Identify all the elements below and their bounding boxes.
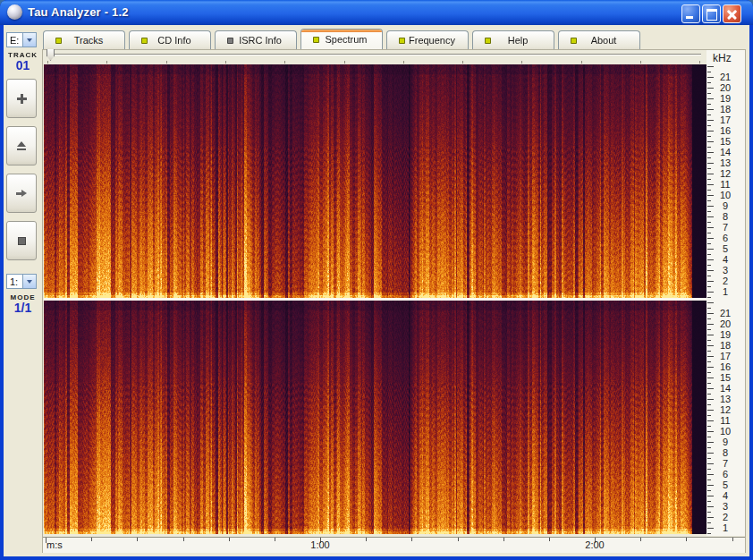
khz-minor-tick [707,72,711,72]
tab-about[interactable]: About [558,30,640,49]
khz-tick-label: 2 [715,512,735,522]
khz-major-tick [707,420,714,421]
khz-minor-tick [707,276,711,276]
tab-cd-info[interactable]: CD Info [129,30,211,49]
khz-tick-label: 5 [715,243,735,254]
khz-major-tick [707,431,714,432]
time-minor-tick [411,538,412,541]
drive-select-value: E: [7,35,22,46]
time-minor-tick [686,538,687,541]
drive-select[interactable]: E: [6,32,37,47]
tab-isrc-info[interactable]: ISRC Info [215,30,297,49]
khz-minor-tick [707,351,711,352]
time-tick-label: 1:00 [306,539,334,550]
khz-tick-label: 10 [715,190,735,200]
khz-minor-tick [707,265,711,266]
tab-frequency[interactable]: Frequency [386,30,469,49]
khz-major-tick [707,345,714,346]
add-track-button[interactable] [6,79,37,118]
mode-select[interactable]: 1: [6,274,37,289]
khz-major-tick [707,152,714,153]
khz-tick-label: 5 [715,479,735,490]
app-sphere-icon [7,4,22,20]
khz-minor-tick [707,168,711,169]
khz-minor-tick [707,479,711,480]
khz-minor-tick [707,522,711,523]
stop-button[interactable] [6,221,37,260]
khz-tick-label: 11 [715,179,735,190]
khz-major-tick [707,313,714,314]
khz-tick-label: 12 [715,404,735,415]
slider-tick [462,61,463,64]
title-bar[interactable]: Tau Analyzer - 1.2 [0,0,753,25]
khz-major-tick [707,270,714,271]
khz-tick-label: 9 [715,200,735,211]
khz-tick-label: 16 [715,361,735,372]
time-minor-tick [366,538,367,541]
khz-minor-tick [707,211,711,212]
khz-major-tick [707,453,714,454]
khz-minor-tick [707,426,711,427]
khz-major-tick [707,485,714,486]
time-minor-tick [91,538,92,541]
tab-label: Tracks [62,35,124,46]
khz-major-tick [707,506,714,507]
tab-led-enabled-icon [55,38,62,44]
khz-minor-tick [707,147,711,148]
slider-tick [581,61,582,64]
tab-spectrum[interactable]: Spectrum [300,29,383,49]
maximize-button[interactable] [702,4,721,23]
khz-minor-tick [707,157,711,158]
khz-minor-tick [707,179,711,180]
khz-tick-label: 19 [715,93,735,104]
next-track-button[interactable] [6,174,37,213]
khz-major-tick [707,249,714,250]
mode-select-value: 1: [7,276,22,287]
minimize-button[interactable] [681,4,700,23]
khz-major-tick [707,528,714,529]
tab-help[interactable]: Help [472,30,554,49]
slider-tick [521,61,522,64]
khz-minor-tick [707,222,711,223]
khz-minor-tick [707,404,711,405]
track-number: 01 [4,58,42,72]
khz-major-tick [707,141,714,142]
khz-major-tick [707,463,714,464]
eject-button[interactable] [6,126,37,165]
khz-minor-tick [707,415,711,416]
khz-major-tick [707,120,714,121]
khz-minor-tick [707,469,711,470]
stop-icon [18,237,26,245]
time-minor-tick [458,538,459,541]
position-slider-track[interactable] [47,54,701,55]
chevron-down-icon[interactable] [22,275,36,288]
khz-tick-label: 7 [715,458,735,469]
khz-major-tick [707,184,714,185]
khz-tick-label: 4 [715,254,735,265]
khz-tick-label: 3 [715,265,735,276]
khz-minor-tick [707,329,711,330]
khz-tick-label: 18 [715,340,735,351]
khz-minor-tick [707,308,711,309]
time-minor-tick [503,538,504,541]
khz-tick-label: 13 [715,394,735,404]
khz-minor-tick [707,82,711,83]
spectrogram-right-channel [44,301,706,534]
khz-minor-tick [707,447,711,448]
khz-minor-tick [707,233,711,233]
tab-tracks[interactable]: Tracks [43,30,125,49]
khz-minor-tick [707,361,711,362]
arrow-right-icon [16,190,27,197]
khz-tick-label: 15 [715,136,735,147]
khz-tick-label: 8 [715,447,735,458]
khz-tick-label: 6 [715,233,735,243]
time-minor-tick [183,538,184,541]
khz-minor-tick [707,437,711,437]
time-minor-tick [640,538,641,541]
khz-minor-tick [707,318,711,319]
khz-tick-label: 18 [715,104,735,115]
close-button[interactable] [723,4,741,23]
khz-tick-label: 20 [715,318,735,329]
chevron-down-icon[interactable] [22,33,36,47]
mode-value: 1/1 [4,301,42,315]
